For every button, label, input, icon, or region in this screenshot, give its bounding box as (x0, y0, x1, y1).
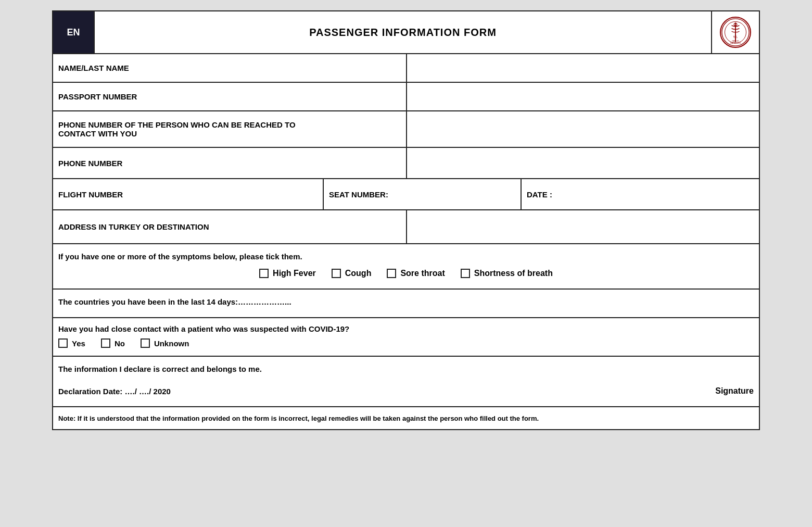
covid-yes[interactable]: Yes (58, 338, 85, 348)
covid-no[interactable]: No (101, 338, 125, 348)
language-badge: EN (53, 11, 95, 53)
cough-checkbox[interactable] (332, 269, 341, 278)
name-label-cell: NAME/LAST NAME (53, 54, 407, 82)
svg-text:SAĞLIK: SAĞLIK (732, 40, 739, 42)
covid-unknown[interactable]: Unknown (141, 338, 189, 348)
covid-section: Have you had close contact with a patien… (53, 318, 759, 357)
form-title-area: PASSENGER INFORMATION FORM (95, 11, 711, 53)
symptoms-checkboxes: High Fever Cough Sore throat Shortness o… (58, 269, 754, 278)
form-container: EN PASSENGER INFORMATION FORM T.C. SAĞLI… (52, 10, 760, 430)
cough-label: Cough (345, 269, 372, 278)
phone-label-cell: PHONE NUMBER (53, 148, 407, 178)
address-value-cell[interactable] (407, 210, 759, 243)
sore-throat-checkbox[interactable] (387, 269, 396, 278)
address-label: ADDRESS IN TURKEY OR DESTINATION (58, 222, 209, 231)
contact-phone-row: PHONE NUMBER OF THE PERSON WHO CAN BE RE… (53, 111, 759, 148)
seat-label-cell: SEAT NUMBER: (324, 179, 522, 209)
name-row: NAME/LAST NAME (53, 54, 759, 83)
no-label: No (115, 339, 125, 348)
symptom-sore-throat[interactable]: Sore throat (387, 269, 445, 278)
flight-label-cell: FLIGHT NUMBER (53, 179, 324, 209)
date-label: DATE : (527, 190, 552, 199)
contact-phone-label-cell: PHONE NUMBER OF THE PERSON WHO CAN BE RE… (53, 111, 407, 147)
symptoms-instruction: If you have one or more of the symptoms … (58, 252, 754, 261)
declaration-signature: Signature (715, 386, 754, 396)
note-text: Note: If it is understood that the infor… (58, 415, 539, 422)
name-value-cell[interactable] (407, 54, 759, 82)
shortness-checkbox[interactable] (461, 269, 470, 278)
covid-checkboxes: Yes No Unknown (58, 338, 754, 348)
seat-label: SEAT NUMBER: (329, 190, 388, 199)
passport-label: PASSPORT NUMBER (58, 92, 137, 101)
svg-text:T.C.: T.C. (733, 36, 738, 39)
phone-value-cell[interactable] (407, 148, 759, 178)
countries-section: The countries you have been in the last … (53, 290, 759, 318)
contact-phone-value-cell[interactable] (407, 111, 759, 147)
name-label: NAME/LAST NAME (58, 64, 129, 72)
symptom-shortness-of-breath[interactable]: Shortness of breath (461, 269, 553, 278)
date-label-cell: DATE : (522, 179, 759, 209)
note-section: Note: If it is understood that the infor… (53, 407, 759, 429)
unknown-label: Unknown (154, 339, 189, 348)
declaration-section: The information I declare is correct and… (53, 357, 759, 407)
contact-phone-label-line2: CONTACT WITH YOU (58, 129, 137, 138)
declaration-date: Declaration Date: …./ …./ 2020 (58, 387, 171, 396)
shortness-label: Shortness of breath (474, 269, 553, 278)
symptom-cough[interactable]: Cough (332, 269, 372, 278)
declaration-bottom: Declaration Date: …./ …./ 2020 Signature (58, 386, 754, 396)
svg-text:BAKANLIĞI: BAKANLIĞI (730, 42, 741, 44)
declaration-text: The information I declare is correct and… (58, 365, 754, 373)
phone-label: PHONE NUMBER (58, 159, 122, 168)
form-header: EN PASSENGER INFORMATION FORM T.C. SAĞLI… (53, 11, 759, 54)
passport-row: PASSPORT NUMBER (53, 83, 759, 111)
covid-question: Have you had close contact with a patien… (58, 324, 754, 333)
symptom-high-fever[interactable]: High Fever (259, 269, 316, 278)
passport-value-cell[interactable] (407, 83, 759, 110)
yes-checkbox[interactable] (58, 338, 68, 348)
flight-label: FLIGHT NUMBER (58, 190, 123, 199)
high-fever-label: High Fever (273, 269, 316, 278)
yes-label: Yes (72, 339, 85, 348)
unknown-checkbox[interactable] (141, 338, 150, 348)
symptoms-section: If you have one or more of the symptoms … (53, 244, 759, 290)
form-title: PASSENGER INFORMATION FORM (309, 27, 497, 39)
logo-area: T.C. SAĞLIK BAKANLIĞI (711, 11, 759, 53)
high-fever-checkbox[interactable] (259, 269, 269, 278)
contact-phone-label-line1: PHONE NUMBER OF THE PERSON WHO CAN BE RE… (58, 120, 296, 129)
ministry-logo: T.C. SAĞLIK BAKANLIĞI (720, 17, 751, 48)
no-checkbox[interactable] (101, 338, 110, 348)
address-row: ADDRESS IN TURKEY OR DESTINATION (53, 210, 759, 244)
passport-label-cell: PASSPORT NUMBER (53, 83, 407, 110)
flight-row: FLIGHT NUMBER SEAT NUMBER: DATE : (53, 179, 759, 210)
address-label-cell: ADDRESS IN TURKEY OR DESTINATION (53, 210, 407, 243)
phone-row: PHONE NUMBER (53, 148, 759, 179)
countries-text: The countries you have been in the last … (58, 297, 291, 306)
sore-throat-label: Sore throat (400, 269, 445, 278)
